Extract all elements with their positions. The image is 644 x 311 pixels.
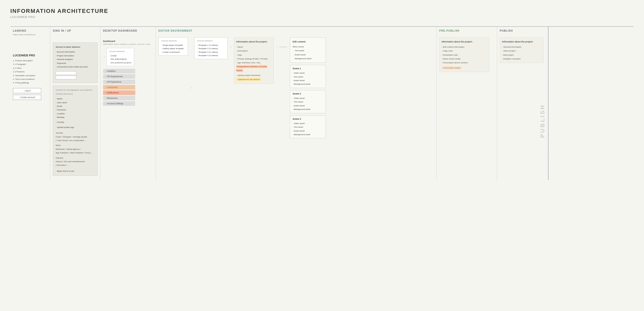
signup-card: *(Useful for demographics and audience a… bbox=[53, 85, 98, 176]
editor-header: EDITOR ENVIRONMENT bbox=[158, 29, 434, 32]
publish-border bbox=[548, 27, 548, 180]
menu-items: - Analytics - VR Experiences - AR Experi… bbox=[103, 69, 153, 106]
publish-vertical-label: PUBLISH bbox=[539, 104, 546, 138]
prepublish-header: PRE-PUBLISH bbox=[439, 29, 494, 32]
page-title: INFORMATION ARCHITECTURE bbox=[10, 8, 634, 14]
arrow1: → bbox=[188, 86, 194, 90]
section-dashboard: DESKTOP DASHBOARD Dashboard Information … bbox=[100, 27, 156, 180]
dashboard-title: Dashboard bbox=[103, 40, 153, 42]
geo-restriction: Geographical restriction (Country based) bbox=[236, 65, 267, 72]
access-features-card: Access to basic features: - Account info… bbox=[53, 42, 98, 83]
section-publish: PUBLISH Information about the project: -… bbox=[497, 27, 549, 180]
section-editor: EDITOR ENVIRONMENT Choose between: - Sin… bbox=[156, 27, 437, 180]
choose2-box: Choose between: - Single player template… bbox=[158, 37, 188, 56]
create-flow: → Choose between: - Create - See draft p… bbox=[103, 48, 153, 66]
arrow3: → bbox=[274, 45, 290, 49]
menu-livestream[interactable]: - Livestream bbox=[103, 85, 135, 90]
publish-header: PUBLISH bbox=[500, 29, 546, 32]
arrow2: → bbox=[228, 45, 234, 49]
info-project-box: Information about the project: - Name - … bbox=[234, 37, 274, 84]
publish-info-box: Information about the project: - General… bbox=[500, 37, 544, 63]
landing-items: 1. Product description 1.1 Paragraph 1.2… bbox=[13, 59, 47, 85]
landing-brand: LUCIDWEB PRO bbox=[13, 54, 47, 57]
scene3-card: Scene 3 - Video asset - Text asset - Aud… bbox=[290, 115, 326, 139]
menu-account-settings[interactable]: - Account Settings bbox=[103, 101, 135, 106]
username-input[interactable] bbox=[56, 71, 76, 75]
landing-url: https://www.lucidweb.pro bbox=[13, 33, 47, 36]
menu-resources[interactable]: - Resources bbox=[103, 96, 135, 100]
section-signin: SING IN / UP Access to basic features: -… bbox=[50, 27, 100, 180]
section-prepublish: PRE-PUBLISH Information about the projec… bbox=[437, 27, 497, 180]
editor-flow: Choose between: - Single player template… bbox=[158, 37, 434, 138]
menu-vr[interactable]: - VR Experiences bbox=[103, 74, 135, 79]
edit-content-box: Edit content: Menu scene - Text asset - … bbox=[290, 37, 326, 63]
password-input[interactable] bbox=[56, 76, 76, 79]
choose3-box: Choose between: - Template 1 (2 videos) … bbox=[194, 37, 228, 59]
optimize-device: - Optimize for this device* bbox=[236, 78, 261, 81]
prepublish-info-box: Information about the project: - Edit co… bbox=[439, 37, 489, 72]
personalize-player: - Personalize player bbox=[442, 66, 461, 69]
menu-ar[interactable]: - AR Experience bbox=[103, 80, 135, 84]
signin-header: SING IN / UP bbox=[53, 29, 98, 32]
landing-header: LANDING bbox=[13, 29, 47, 32]
dashboard-header: DESKTOP DASHBOARD bbox=[103, 29, 153, 32]
main-container: LANDING https://www.lucidweb.pro LUCIDWE… bbox=[10, 26, 634, 180]
page-wrapper: INFORMATION ARCHITECTURE LUCIDWEB PRO LA… bbox=[0, 0, 644, 188]
create-account-button[interactable]: - Create account bbox=[13, 95, 41, 100]
login-button[interactable]: - Log in bbox=[13, 88, 41, 93]
menu-notifications[interactable]: - Notifications bbox=[103, 90, 135, 95]
menu-analytics[interactable]: - Analytics bbox=[103, 69, 135, 73]
section-landing: LANDING https://www.lucidweb.pro LUCIDWE… bbox=[10, 27, 50, 180]
dashboard-sub: Information about analytics, projects, a… bbox=[103, 43, 153, 45]
access-title: Access to basic features: bbox=[56, 45, 95, 49]
scene1-card: Scene 1 - Video asset - Text asset - Aud… bbox=[290, 65, 326, 88]
scene2-card: Scene 2 - Video asset - Text asset - Aud… bbox=[290, 90, 326, 113]
page-subtitle: LUCIDWEB PRO bbox=[10, 15, 634, 19]
choose-create-box: Choose between: - Create - See draft pro… bbox=[106, 48, 134, 66]
